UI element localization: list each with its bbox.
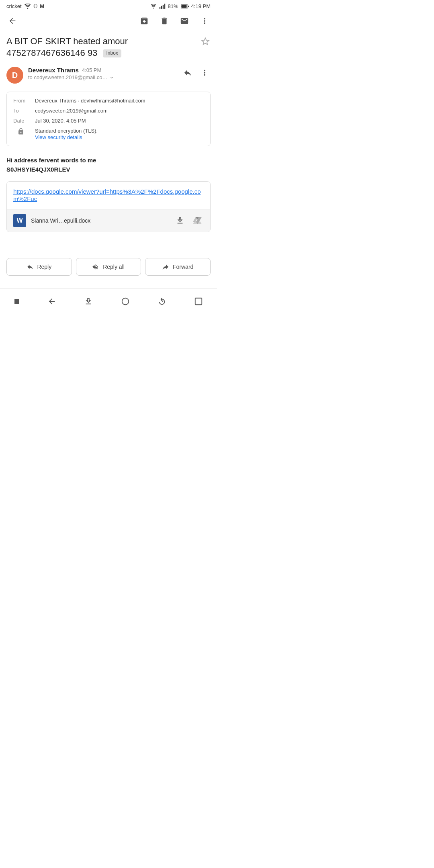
inbox-badge: Inbox — [103, 49, 121, 57]
status-bar: cricket © M 81% 4:19 PM — [0, 0, 217, 11]
nav-window-button[interactable] — [189, 294, 208, 308]
from-value: Devereux Thrams · devhwthrams@hotmail.co… — [35, 98, 204, 104]
nav-rotate-button[interactable] — [153, 294, 171, 308]
carrier-label: cricket — [6, 3, 22, 9]
from-label: From — [13, 98, 29, 104]
signal-icon — [159, 4, 166, 9]
body-line1: Hi address fervent words to me — [6, 157, 96, 164]
word-icon: W — [13, 214, 26, 227]
sender-info: Devereux Thrams 4:05 PM to codysweeten.2… — [28, 67, 177, 80]
avatar: D — [6, 67, 23, 84]
sender-name: Devereux Thrams — [28, 67, 79, 74]
to-value: codysweeten.2019@gmail.com — [35, 108, 204, 114]
sender-section: D Devereux Thrams 4:05 PM to codysweeten… — [0, 62, 217, 88]
nav-square-button[interactable] — [9, 294, 25, 308]
wifi-icon-right — [150, 4, 157, 9]
forward-button[interactable]: Forward — [145, 258, 211, 276]
bottom-nav — [0, 289, 217, 315]
svg-rect-3 — [164, 4, 165, 9]
svg-rect-7 — [14, 299, 19, 304]
email-subject: A BIT OF SKIRT heated amour 475278746763… — [6, 36, 196, 59]
action-buttons: Reply Reply all Forward — [0, 252, 217, 282]
battery-icon — [181, 4, 189, 9]
forward-label: Forward — [173, 264, 193, 270]
reply-button[interactable]: Reply — [6, 258, 72, 276]
delete-button[interactable] — [158, 15, 170, 27]
back-button[interactable] — [6, 15, 18, 27]
file-name: Sianna Wri…epulli.docx — [31, 217, 169, 224]
email-title-section: A BIT OF SKIRT heated amour 475278746763… — [0, 31, 217, 62]
to-label: To — [13, 108, 29, 114]
sender-time: 4:05 PM — [82, 67, 101, 73]
svg-rect-5 — [188, 5, 188, 7]
svg-rect-2 — [162, 5, 163, 9]
star-icon[interactable] — [200, 36, 211, 46]
svg-rect-0 — [159, 7, 160, 9]
date-value: Jul 30, 2020, 4:05 PM — [35, 118, 204, 124]
expand-icon[interactable] — [109, 75, 115, 80]
copyright-icon: © — [34, 3, 38, 9]
details-card: From Devereux Thrams · devhwthrams@hotma… — [6, 92, 211, 146]
status-left: cricket © M — [6, 3, 44, 9]
attachment-link[interactable]: https://docs.google.com/viewer?url=https… — [13, 188, 201, 202]
reply-icon-button[interactable] — [182, 67, 194, 79]
attachment-file-row: W Sianna Wri…epulli.docx — [7, 209, 210, 232]
download-file-button[interactable] — [174, 215, 186, 227]
nav-back-button[interactable] — [43, 294, 61, 308]
sender-more-button[interactable] — [199, 67, 211, 79]
more-button[interactable] — [199, 15, 211, 27]
date-label: Date — [13, 118, 29, 124]
m-icon: M — [40, 3, 44, 9]
status-right: 81% 4:19 PM — [150, 3, 211, 9]
toolbar — [0, 11, 217, 31]
archive-button[interactable] — [138, 15, 150, 27]
body-line2: S0JHSYIE4QJX0RLEV — [6, 166, 70, 173]
mark-email-button[interactable] — [178, 15, 190, 27]
battery-text: 81% — [168, 3, 178, 9]
sender-to: to codysweeten.2019@gmail.co… — [28, 74, 177, 80]
svg-rect-6 — [181, 5, 186, 8]
email-body: Hi address fervent words to me S0JHSYIE4… — [0, 149, 217, 178]
svg-rect-1 — [161, 6, 162, 9]
nav-download-button[interactable] — [79, 294, 98, 308]
google-drive-button[interactable] — [191, 215, 204, 227]
reply-label: Reply — [37, 264, 51, 270]
lock-icon — [17, 128, 25, 135]
reply-all-button[interactable]: Reply all — [76, 258, 141, 276]
time-label: 4:19 PM — [191, 3, 211, 9]
wifi-icon — [24, 4, 31, 9]
encryption-text: Standard encryption (TLS). — [35, 128, 98, 134]
nav-home-button[interactable] — [116, 294, 135, 308]
reply-all-label: Reply all — [103, 264, 125, 270]
svg-rect-10 — [195, 298, 202, 305]
attachment-section: https://docs.google.com/viewer?url=https… — [6, 181, 211, 232]
security-link[interactable]: View security details — [35, 134, 82, 140]
svg-point-8 — [122, 298, 129, 305]
email-number: 4752787467636146 93 — [6, 48, 97, 58]
